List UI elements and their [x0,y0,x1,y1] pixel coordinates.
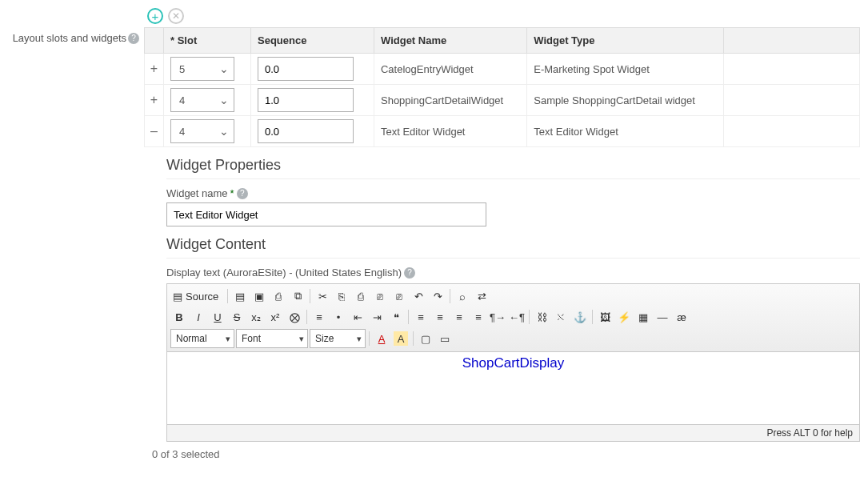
widget-type-cell: Text Editor Widget [527,116,724,147]
hr-button[interactable]: — [654,308,671,326]
align-right-button[interactable]: ≡ [450,308,468,326]
close-button[interactable]: ✕ [168,8,184,24]
sequence-input[interactable] [258,57,354,81]
anchor-button[interactable]: ⚓ [571,308,589,326]
text-color-button[interactable]: A [373,330,390,347]
print-button[interactable]: ⎙ [270,287,287,305]
slot-select[interactable]: 4⌄ [170,88,234,112]
table-row[interactable]: +5⌄CatelogEntryWidgetE-Marketing Spot Wi… [145,54,860,85]
table-button[interactable]: ▦ [634,308,652,326]
size-select[interactable]: Size [310,329,366,348]
rich-text-editor: ▤Source ▤ ▣ ⎙ ⧉ ✂ ⎘ ⎙ ⎚ ⎚ ↶ ↷ ⌕ ⇄ [166,283,860,442]
unordered-list-button[interactable]: • [330,308,347,326]
font-select[interactable]: Font [236,329,308,348]
align-center-button[interactable]: ≡ [431,308,449,326]
widget-name-cell: CatelogEntryWidget [374,54,526,85]
chevron-down-icon: ⌄ [214,94,234,106]
link-button[interactable]: ⛓ [533,308,550,326]
help-icon[interactable]: ? [237,188,248,199]
outdent-button[interactable]: ⇤ [349,308,366,326]
flash-button[interactable]: ⚡ [615,308,633,326]
italic-button[interactable]: I [190,308,207,326]
cut-button[interactable]: ✂ [314,287,331,305]
display-text-label: Display text (AuroraESite) - (United Sta… [166,267,402,279]
rtl-button[interactable]: ←¶ [508,308,526,326]
find-button[interactable]: ⌕ [454,287,471,305]
paste-word-button[interactable]: ⎚ [390,287,408,305]
section-label: Layout slots and widgets ? [8,8,144,44]
slot-select[interactable]: 5⌄ [170,57,234,81]
widget-name-label: Widget name [166,187,228,199]
ordered-list-button[interactable]: ≡ [310,308,328,326]
selection-status: 0 of 3 selected [144,442,860,460]
col-slot: * Slot [164,28,251,54]
widget-name-cell: Text Editor Widget [374,116,526,147]
remove-format-button[interactable]: ⨂ [286,308,303,326]
maximize-button[interactable]: ▢ [417,330,434,347]
widget-name-cell: ShoppingCartDetailWidget [374,85,526,116]
add-row-button[interactable]: + [147,8,163,24]
editor-status-bar: Press ALT 0 for help [167,424,859,441]
image-button[interactable]: 🖼 [596,308,614,326]
widget-content-header: Widget Content [166,236,860,253]
source-button[interactable]: ▤Source [170,287,224,305]
body-link[interactable]: ShopCartDisplay [462,355,565,371]
row-expand-button[interactable]: – [145,116,164,147]
align-justify-button[interactable]: ≡ [470,308,487,326]
newdoc-button[interactable]: ▤ [231,287,249,305]
format-select[interactable]: Normal [170,329,234,348]
paste-text-button[interactable]: ⎚ [371,287,389,305]
sequence-input[interactable] [258,88,354,112]
strike-button[interactable]: S [228,308,246,326]
col-widget-name: Widget Name [374,28,526,54]
save-button[interactable]: ▣ [250,287,268,305]
help-icon[interactable]: ? [404,267,415,279]
table-row[interactable]: –4⌄Text Editor WidgetText Editor Widget [145,116,860,147]
redo-button[interactable]: ↷ [429,287,446,305]
widgets-table: * Slot Sequence Widget Name Widget Type … [144,27,860,147]
specialchar-button[interactable]: æ [673,308,690,326]
undo-button[interactable]: ↶ [410,287,427,305]
copy-button[interactable]: ⎘ [333,287,350,305]
paste-button[interactable]: ⎙ [352,287,370,305]
col-action [145,28,164,54]
source-icon: ▤ [173,291,182,303]
widget-type-cell: Sample ShoppingCartDetail widget [527,85,724,116]
underline-button[interactable]: U [209,308,226,326]
table-row[interactable]: +4⌄ShoppingCartDetailWidgetSample Shoppi… [145,85,860,116]
unlink-button[interactable]: ⛌ [552,308,570,326]
editor-body[interactable]: ShopCartDisplay [167,352,859,424]
superscript-button[interactable]: x² [266,308,284,326]
blockquote-button[interactable]: ❝ [387,308,405,326]
chevron-down-icon: ⌄ [214,125,234,138]
slot-select[interactable]: 4⌄ [170,119,234,143]
sequence-input[interactable] [258,119,354,143]
required-mark: * [230,187,234,199]
bold-button[interactable]: B [170,308,188,326]
ltr-button[interactable]: ¶→ [489,308,506,326]
chevron-down-icon: ⌄ [214,62,234,75]
indent-button[interactable]: ⇥ [368,308,386,326]
widget-properties-header: Widget Properties [166,157,860,174]
bg-color-button[interactable]: A [394,331,408,346]
replace-button[interactable]: ⇄ [473,287,490,305]
subscript-button[interactable]: x₂ [247,308,265,326]
col-widget-type: Widget Type [527,28,724,54]
row-expand-button[interactable]: + [145,85,164,116]
row-expand-button[interactable]: + [145,54,164,85]
help-icon[interactable]: ? [128,33,139,44]
widget-type-cell: E-Marketing Spot Widget [527,54,724,85]
align-left-button[interactable]: ≡ [412,308,430,326]
col-blank [724,28,860,54]
col-sequence: Sequence [251,28,374,54]
preview-button[interactable]: ⧉ [289,287,306,305]
widget-name-input[interactable] [166,202,486,226]
show-blocks-button[interactable]: ▭ [436,330,454,347]
